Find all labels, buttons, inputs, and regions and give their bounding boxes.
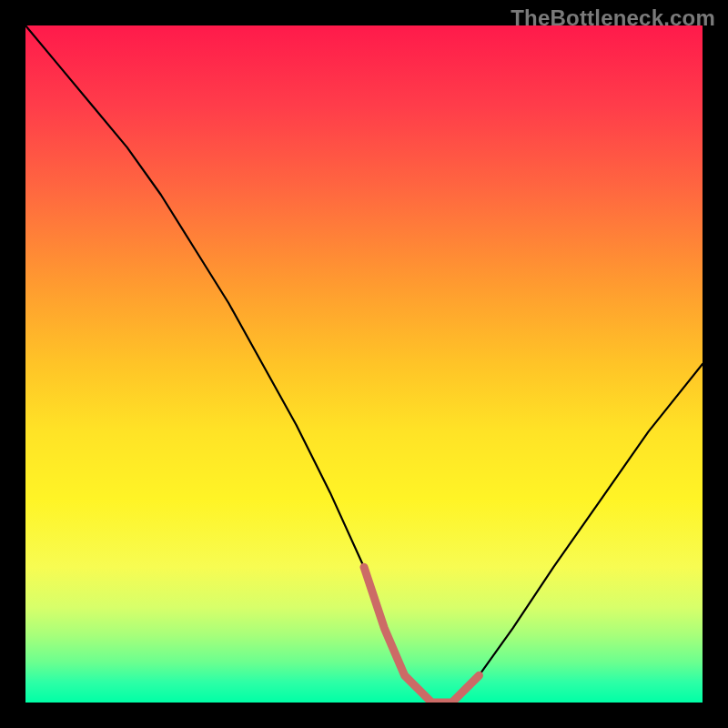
plot-svg — [25, 25, 703, 703]
optimal-range-curve — [364, 567, 480, 703]
watermark-text: TheBottleneck.com — [511, 5, 715, 31]
chart-container: TheBottleneck.com — [0, 0, 728, 728]
plot-frame — [25, 25, 703, 703]
bottleneck-curve — [25, 25, 703, 703]
